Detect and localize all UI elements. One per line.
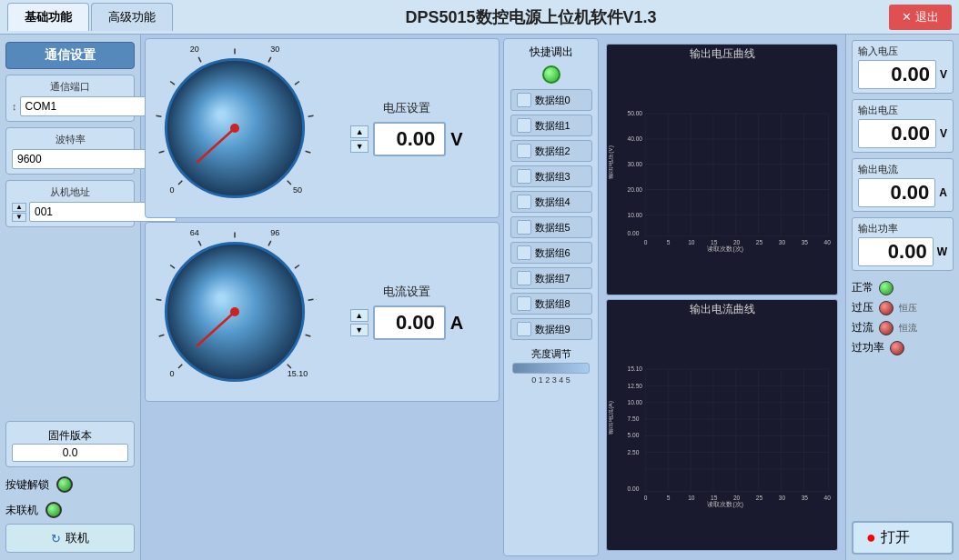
brightness-title: 亮度调节 bbox=[510, 347, 592, 361]
brightness-slider[interactable] bbox=[512, 363, 590, 374]
quick-btn-0-label: 数据组0 bbox=[535, 94, 570, 107]
quick-btn-2-icon bbox=[517, 144, 531, 158]
brightness-section: 亮度调节 0 1 2 3 4 5 bbox=[510, 347, 592, 385]
unlock-label: 按键解锁 bbox=[5, 477, 49, 493]
svg-text:20: 20 bbox=[733, 495, 741, 501]
title-bar: 基础功能 高级功能 DPS5015数控电源上位机软件V1.3 ✕ 退出 bbox=[0, 0, 959, 35]
output-voltage-label: 输出电压 bbox=[858, 104, 947, 117]
svg-text:0.00: 0.00 bbox=[628, 485, 640, 492]
quick-btn-8-label: 数据组8 bbox=[535, 297, 570, 311]
voltage-up-button[interactable]: ▲ bbox=[350, 125, 368, 138]
svg-text:25: 25 bbox=[756, 239, 763, 245]
svg-text:0.00: 0.00 bbox=[628, 230, 640, 236]
overvoltage-status: 过压 恒压 bbox=[852, 300, 954, 315]
quick-led bbox=[542, 65, 560, 84]
offline-led bbox=[45, 502, 62, 518]
quick-panel: 快捷调出 数据组0 数据组1 数据组2 数据组3 数据组4 bbox=[503, 38, 599, 556]
quick-btn-5-icon bbox=[517, 220, 531, 235]
unlock-row: 按键解锁 bbox=[5, 476, 135, 493]
voltage-down-button[interactable]: ▼ bbox=[350, 140, 368, 153]
svg-text:0: 0 bbox=[644, 495, 648, 501]
quick-btn-5[interactable]: 数据组5 bbox=[510, 216, 592, 238]
svg-text:读取次数(次): 读取次数(次) bbox=[707, 245, 742, 253]
quick-btn-1-icon bbox=[517, 118, 531, 133]
svg-text:15.10: 15.10 bbox=[628, 365, 643, 372]
connect-icon: ↻ bbox=[51, 532, 61, 545]
voltage-dial-container bbox=[153, 46, 317, 210]
quick-btn-3[interactable]: 数据组3 bbox=[510, 165, 592, 187]
baud-group: 波特率 ▲ ▼ bbox=[5, 127, 135, 175]
svg-text:5.00: 5.00 bbox=[628, 432, 640, 438]
quick-btn-8-icon bbox=[517, 296, 531, 311]
quick-btn-1-label: 数据组1 bbox=[535, 119, 570, 133]
quick-btn-3-icon bbox=[517, 169, 531, 184]
svg-text:7.50: 7.50 bbox=[628, 415, 640, 422]
quick-btn-4[interactable]: 数据组4 bbox=[510, 191, 592, 213]
open-button[interactable]: ● 打开 bbox=[852, 521, 954, 555]
quick-title: 快捷调出 bbox=[530, 45, 573, 60]
exit-label: 退出 bbox=[915, 9, 939, 25]
quick-btn-0[interactable]: 数据组0 bbox=[510, 89, 592, 111]
svg-text:5: 5 bbox=[667, 239, 671, 245]
current-chart-box: 输出电流曲线 15.10 12.50 10.00 7.50 5.00 2.50 … bbox=[606, 299, 838, 551]
addr-group: 从机地址 ▲ ▼ bbox=[5, 180, 135, 227]
firmware-label: 固件版本 bbox=[12, 428, 128, 444]
sidebar: 通信设置 通信端口 ↕ ▲ ▼ 波特率 ▲ ▼ bbox=[0, 35, 141, 560]
input-voltage-label: 输入电压 bbox=[858, 45, 947, 58]
quick-btn-8[interactable]: 数据组8 bbox=[510, 293, 592, 315]
exit-button[interactable]: ✕ 退出 bbox=[889, 5, 952, 30]
quick-btn-2[interactable]: 数据组2 bbox=[510, 140, 592, 162]
charts-area: 输出电压曲线 50.00 40.00 30.00 20.00 10.00 0.0… bbox=[602, 38, 842, 556]
port-prefix-icon: ↕ bbox=[12, 101, 17, 112]
tab-advanced[interactable]: 高级功能 bbox=[91, 3, 173, 31]
output-current-group: 输出电流 0.00 A bbox=[852, 158, 954, 212]
baud-input[interactable] bbox=[12, 149, 159, 169]
open-icon: ● bbox=[866, 528, 876, 547]
quick-btn-7-label: 数据组7 bbox=[535, 272, 570, 285]
quick-btn-7[interactable]: 数据组7 bbox=[510, 267, 592, 289]
svg-text:50.00: 50.00 bbox=[628, 110, 643, 116]
output-voltage-group: 输出电压 0.00 V bbox=[852, 99, 954, 153]
quick-btn-5-label: 数据组5 bbox=[535, 221, 570, 235]
const-voltage-label: 恒压 bbox=[899, 302, 917, 315]
svg-text:5: 5 bbox=[667, 495, 671, 501]
quick-btn-6-label: 数据组6 bbox=[535, 246, 570, 260]
addr-spin-up[interactable]: ▲ bbox=[12, 203, 26, 212]
addr-spin-down[interactable]: ▼ bbox=[12, 213, 26, 222]
voltage-dial-info: 电压设置 ▲ ▼ 0.00 V bbox=[322, 100, 491, 156]
current-dial-canvas[interactable] bbox=[153, 230, 317, 394]
status-indicators: 正常 过压 恒压 过流 恒流 过功率 bbox=[852, 280, 954, 355]
output-power-unit: W bbox=[937, 245, 947, 258]
quick-btn-4-label: 数据组4 bbox=[535, 195, 570, 209]
output-voltage-value: 0.00 bbox=[858, 119, 936, 148]
sidebar-title: 通信设置 bbox=[5, 42, 135, 69]
baud-label: 波特率 bbox=[12, 133, 128, 146]
connect-button[interactable]: ↻ 联机 bbox=[5, 524, 135, 553]
voltage-dial-canvas[interactable] bbox=[153, 46, 317, 210]
quick-btn-1[interactable]: 数据组1 bbox=[510, 115, 592, 136]
controls-column: 电压设置 ▲ ▼ 0.00 V 电流设置 bbox=[145, 38, 500, 556]
svg-text:10.00: 10.00 bbox=[628, 399, 643, 405]
firmware-group: 固件版本 0.0 bbox=[5, 421, 135, 467]
quick-btn-0-icon bbox=[517, 93, 531, 107]
svg-text:40: 40 bbox=[824, 495, 832, 501]
quick-btn-9[interactable]: 数据组9 bbox=[510, 318, 592, 340]
output-current-value: 0.00 bbox=[858, 178, 935, 207]
svg-text:25: 25 bbox=[756, 495, 763, 501]
main-layout: 通信设置 通信端口 ↕ ▲ ▼ 波特率 ▲ ▼ bbox=[0, 35, 959, 560]
current-unit: A bbox=[450, 313, 463, 334]
current-up-button[interactable]: ▲ bbox=[350, 309, 368, 322]
quick-btn-3-label: 数据组3 bbox=[535, 170, 570, 184]
normal-led bbox=[879, 281, 893, 295]
svg-text:输出电压(V): 输出电压(V) bbox=[609, 145, 614, 179]
svg-text:15: 15 bbox=[711, 495, 718, 501]
current-chart-svg: 15.10 12.50 10.00 7.50 5.00 2.50 0.00 输出… bbox=[609, 319, 835, 536]
brightness-scale: 0 1 2 3 4 5 bbox=[510, 375, 592, 385]
tab-basic[interactable]: 基础功能 bbox=[7, 3, 89, 31]
current-down-button[interactable]: ▼ bbox=[350, 324, 368, 336]
app-title: DPS5015数控电源上位机软件V1.3 bbox=[173, 6, 889, 28]
output-power-label: 输出功率 bbox=[858, 222, 947, 235]
quick-btn-6[interactable]: 数据组6 bbox=[510, 242, 592, 264]
overpower-label: 过功率 bbox=[852, 340, 884, 355]
svg-text:30: 30 bbox=[779, 239, 786, 245]
